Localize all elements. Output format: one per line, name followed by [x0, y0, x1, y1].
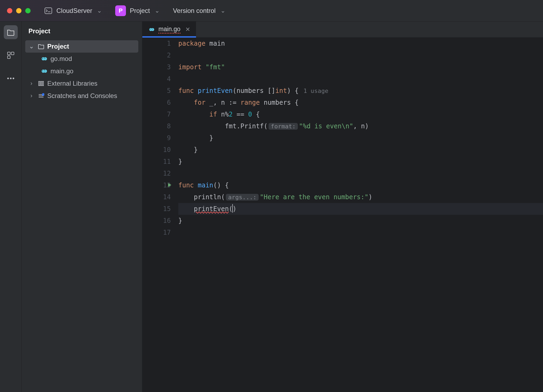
code-content[interactable]: package main import "fmt" func printEven… [178, 38, 543, 392]
svg-point-10 [45, 58, 45, 59]
inlay-hint-format: format: [269, 123, 298, 130]
project-panel: Project ⌄ Project go.mod main.go [21, 21, 142, 392]
line-number: 10 [142, 144, 171, 156]
svg-point-14 [45, 71, 45, 71]
vcs-label: Version control [173, 7, 216, 14]
tab-main-go[interactable]: main.go ✕ [142, 21, 196, 37]
go-file-icon [148, 26, 155, 33]
project-tool-button[interactable] [4, 25, 18, 39]
tree-label: Project [47, 43, 69, 50]
chevron-down-icon: ⌄ [220, 7, 225, 14]
line-number: 7 [142, 108, 171, 120]
svg-point-6 [13, 78, 14, 79]
code-editor[interactable]: 1 2 3 4 5 6 7 8 9 10 11 12 13 14 [142, 38, 543, 392]
library-icon [38, 80, 45, 87]
chevron-down-icon: ⌄ [155, 7, 160, 14]
scratches-icon [38, 92, 45, 99]
svg-rect-16 [41, 81, 42, 86]
go-file-icon [41, 55, 48, 62]
line-number: 15 [142, 203, 171, 215]
minimize-window-button[interactable] [16, 8, 21, 13]
line-number: 4 [142, 73, 171, 85]
line-number: 8 [142, 120, 171, 132]
line-number: 1 [142, 38, 171, 49]
window-controls [7, 8, 31, 13]
line-number: 2 [142, 49, 171, 61]
more-tool-button[interactable] [4, 71, 18, 85]
inlay-hint-args: args...: [226, 194, 259, 201]
svg-point-12 [44, 70, 47, 73]
svg-point-18 [42, 93, 44, 96]
svg-rect-15 [39, 81, 40, 86]
line-number-gutter: 1 2 3 4 5 6 7 8 9 10 11 12 13 14 [142, 38, 178, 392]
chevron-right-icon: › [28, 80, 35, 87]
svg-rect-1 [8, 52, 10, 55]
svg-point-13 [42, 71, 43, 71]
svg-point-22 [152, 29, 153, 29]
line-number: 5 [142, 85, 171, 97]
editor-area: main.go ✕ 1 2 3 4 5 6 7 8 9 10 11 12 13 [142, 21, 543, 392]
chevron-down-icon: ⌄ [28, 43, 35, 50]
line-number: 11 [142, 156, 171, 168]
editor-tabs: main.go ✕ [142, 21, 543, 38]
project-label: Project [130, 7, 150, 14]
left-tool-strip [0, 21, 21, 392]
go-file-icon [41, 68, 48, 75]
vcs-chooser[interactable]: Version control ⌄ [173, 7, 225, 14]
line-number: 14 [142, 191, 171, 203]
run-gutter-icon[interactable] [167, 179, 172, 191]
line-number: 17 [142, 227, 171, 238]
svg-point-9 [42, 58, 43, 59]
tree-label: go.mod [50, 55, 72, 63]
svg-point-21 [150, 29, 150, 29]
maximize-window-button[interactable] [25, 8, 31, 13]
line-number: 16 [142, 215, 171, 227]
svg-rect-3 [8, 56, 10, 59]
tree-file-go-mod[interactable]: go.mod [25, 53, 138, 65]
tree-scratches[interactable]: › Scratches and Consoles [25, 90, 138, 102]
titlebar: CloudServer ⌄ P Project ⌄ Version contro… [0, 0, 543, 21]
tab-filename: main.go [158, 26, 180, 34]
tree-file-main-go[interactable]: main.go [25, 65, 138, 77]
tree-external-libraries[interactable]: › External Libraries [25, 77, 138, 90]
svg-point-5 [10, 78, 12, 79]
tree-label: Scratches and Consoles [47, 92, 117, 100]
project-tree: ⌄ Project go.mod main.go › [21, 40, 142, 102]
structure-tool-button[interactable] [4, 48, 18, 62]
panel-title: Project [21, 21, 142, 40]
folder-icon [38, 43, 45, 50]
line-number: 6 [142, 97, 171, 108]
close-tab-button[interactable]: ✕ [184, 26, 190, 33]
svg-point-20 [151, 28, 154, 31]
usage-hint[interactable]: 1 usage [299, 88, 328, 94]
line-number: 9 [142, 132, 171, 144]
project-chooser[interactable]: P Project ⌄ [115, 5, 160, 16]
server-label: CloudServer [56, 7, 92, 14]
svg-rect-2 [11, 52, 14, 55]
chevron-right-icon: › [28, 92, 35, 99]
chevron-down-icon: ⌄ [97, 7, 102, 14]
line-number: 12 [142, 168, 171, 179]
svg-rect-17 [42, 81, 44, 86]
tree-label: main.go [50, 67, 73, 75]
line-number: 3 [142, 61, 171, 73]
close-window-button[interactable] [7, 8, 12, 13]
tree-root-project[interactable]: ⌄ Project [25, 40, 138, 53]
line-number: 13 [142, 179, 171, 191]
svg-point-4 [7, 78, 9, 79]
terminal-icon [44, 6, 53, 15]
tree-label: External Libraries [47, 80, 97, 87]
remote-server-chooser[interactable]: CloudServer ⌄ [44, 6, 102, 15]
svg-rect-0 [45, 8, 52, 14]
project-badge: P [115, 5, 126, 16]
svg-point-8 [44, 57, 47, 60]
